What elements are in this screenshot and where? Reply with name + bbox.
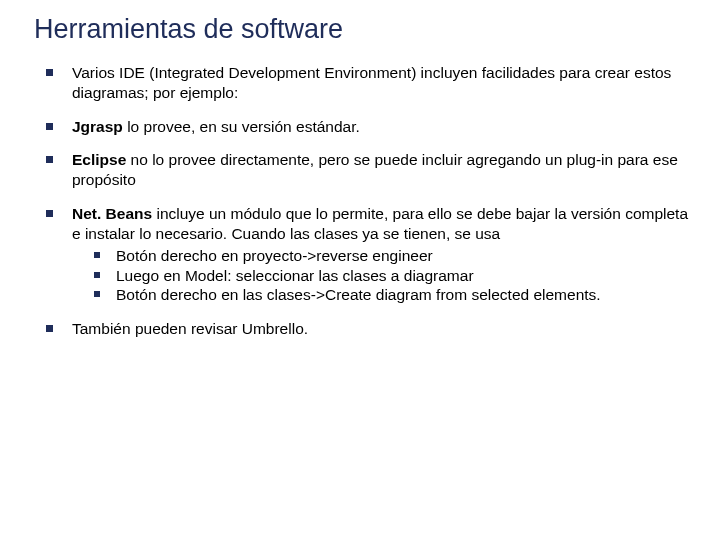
item-text: lo provee, en su versión estándar. <box>123 118 360 135</box>
list-item: Botón derecho en proyecto->reverse engin… <box>94 246 692 266</box>
list-item: También pueden revisar Umbrello. <box>46 319 692 339</box>
item-bold: Eclipse <box>72 151 126 168</box>
list-item: Jgrasp lo provee, en su versión estándar… <box>46 117 692 137</box>
item-bold: Net. Beans <box>72 205 152 222</box>
list-item: Luego en Model: seleccionar las clases a… <box>94 266 692 286</box>
list-item: Eclipse no lo provee directamente, pero … <box>46 150 692 190</box>
item-text: Luego en Model: seleccionar las clases a… <box>116 267 474 284</box>
item-text: incluye un módulo que lo permite, para e… <box>72 205 688 242</box>
list-item: Botón derecho en las clases->Create diag… <box>94 285 692 305</box>
list-item: Net. Beans incluye un módulo que lo perm… <box>46 204 692 305</box>
item-text: no lo provee directamente, pero se puede… <box>72 151 678 188</box>
sub-list: Botón derecho en proyecto->reverse engin… <box>94 246 692 305</box>
item-text: Varios IDE (Integrated Development Envir… <box>72 64 671 101</box>
item-text: También pueden revisar Umbrello. <box>72 320 308 337</box>
list-item: Varios IDE (Integrated Development Envir… <box>46 63 692 103</box>
item-text: Botón derecho en las clases->Create diag… <box>116 286 601 303</box>
bullet-list: Varios IDE (Integrated Development Envir… <box>46 63 692 339</box>
slide: Herramientas de software Varios IDE (Int… <box>0 0 720 339</box>
item-bold: Jgrasp <box>72 118 123 135</box>
item-text: Botón derecho en proyecto->reverse engin… <box>116 247 433 264</box>
slide-title: Herramientas de software <box>34 14 692 45</box>
